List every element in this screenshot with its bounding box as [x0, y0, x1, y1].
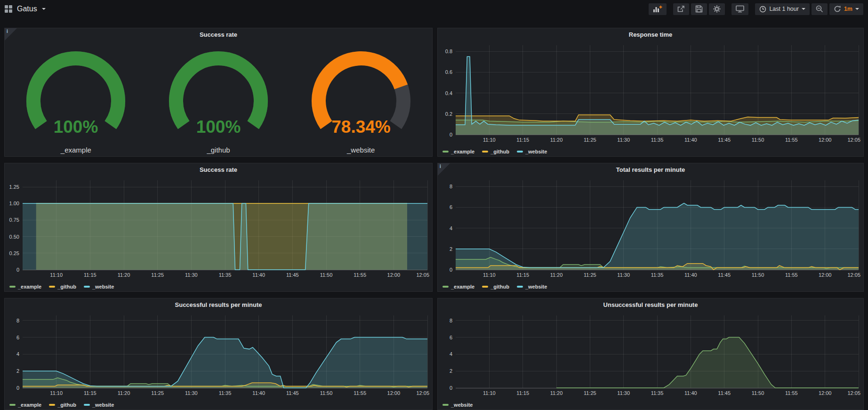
- svg-text:12:05: 12:05: [847, 272, 860, 278]
- legend-item[interactable]: _github: [482, 284, 509, 289]
- gauge-label: _example: [61, 146, 91, 154]
- legend-item[interactable]: _website: [84, 402, 114, 408]
- toolbar: Last 1 hour 1m: [647, 3, 863, 15]
- refresh-icon: [834, 5, 841, 13]
- legend-item[interactable]: _github: [49, 402, 76, 408]
- panel-info-icon[interactable]: i: [438, 163, 450, 176]
- add-panel-button[interactable]: [649, 3, 667, 15]
- svg-text:0.25: 0.25: [9, 250, 19, 256]
- chart-area[interactable]: 0246811:1011:1511:2011:2511:3011:3511:40…: [440, 177, 861, 279]
- chart-area[interactable]: 0246811:1011:1511:2011:2511:3011:3511:40…: [7, 312, 430, 397]
- svg-text:0.75: 0.75: [9, 217, 19, 223]
- legend-item[interactable]: _website: [442, 402, 473, 408]
- legend-item[interactable]: _github: [482, 149, 509, 154]
- legend-item[interactable]: _github: [49, 284, 76, 289]
- panel-successful-results: Successful results per minute 0246811:10…: [4, 298, 433, 410]
- gear-icon: [713, 5, 721, 13]
- svg-text:11:50: 11:50: [752, 390, 764, 396]
- panel-title[interactable]: Successful results per minute: [5, 301, 432, 308]
- svg-text:11:55: 11:55: [785, 272, 798, 278]
- legend-item[interactable]: _example: [442, 149, 474, 154]
- legend-swatch: [517, 286, 523, 288]
- svg-text:8: 8: [16, 318, 19, 323]
- svg-text:12:05: 12:05: [847, 390, 860, 396]
- svg-text:11:15: 11:15: [84, 272, 96, 278]
- svg-text:11:40: 11:40: [684, 390, 697, 396]
- svg-text:11:20: 11:20: [550, 137, 563, 143]
- legend-swatch: [442, 151, 449, 153]
- svg-text:11:20: 11:20: [118, 272, 130, 278]
- svg-text:11:50: 11:50: [320, 272, 333, 278]
- legend-item[interactable]: _website: [517, 149, 547, 154]
- gauge-label: _github: [207, 146, 230, 154]
- svg-text:11:45: 11:45: [286, 272, 299, 278]
- svg-text:6: 6: [450, 204, 452, 210]
- svg-text:11:55: 11:55: [785, 390, 798, 396]
- legend-swatch: [9, 404, 16, 406]
- panel-info-icon[interactable]: i: [5, 28, 17, 40]
- legend-item[interactable]: _example: [9, 284, 41, 289]
- svg-text:11:25: 11:25: [584, 390, 596, 396]
- svg-text:11:35: 11:35: [219, 272, 232, 278]
- svg-text:11:55: 11:55: [354, 272, 366, 278]
- svg-text:12:00: 12:00: [819, 272, 832, 278]
- svg-text:11:25: 11:25: [151, 272, 164, 278]
- legend-swatch: [49, 286, 55, 288]
- legend-label: _website: [92, 402, 114, 408]
- zoom-out-button[interactable]: [812, 3, 828, 15]
- save-button[interactable]: [691, 3, 707, 15]
- svg-text:11:50: 11:50: [752, 137, 764, 143]
- tv-mode-button[interactable]: [731, 3, 748, 15]
- gauge-label: _website: [347, 146, 375, 154]
- refresh-button[interactable]: 1m: [829, 3, 863, 15]
- gauge-value: 78.34%: [331, 117, 391, 137]
- share-button[interactable]: [673, 3, 689, 15]
- gauge-group: 100%_example100%_github78.34%_website: [5, 42, 432, 156]
- chart-area[interactable]: 0246811:1011:1511:2011:2511:3011:3511:40…: [440, 312, 861, 397]
- chart-area[interactable]: 00.250.500.751.001.2511:1011:1511:2011:2…: [7, 177, 430, 279]
- panel-title[interactable]: Success rate: [5, 31, 432, 38]
- chart-legend: _example_github_website: [442, 284, 547, 289]
- legend-item[interactable]: _example: [442, 284, 474, 289]
- svg-text:11:10: 11:10: [483, 137, 496, 143]
- svg-text:2: 2: [450, 368, 452, 374]
- svg-text:11:30: 11:30: [617, 137, 630, 143]
- svg-text:0.4: 0.4: [445, 90, 452, 96]
- legend-label: _github: [57, 284, 76, 289]
- settings-button[interactable]: [709, 3, 725, 15]
- legend-item[interactable]: _website: [517, 284, 547, 289]
- legend-label: _example: [18, 402, 41, 408]
- legend-label: _github: [57, 402, 76, 408]
- chart-legend: _example_github_website: [9, 284, 114, 289]
- svg-text:1.00: 1.00: [9, 201, 19, 206]
- legend-item[interactable]: _example: [9, 402, 41, 408]
- svg-text:11:30: 11:30: [185, 272, 198, 278]
- svg-text:0.2: 0.2: [445, 111, 452, 117]
- svg-text:12:00: 12:00: [819, 137, 832, 143]
- dashboard-picker[interactable]: Gatus: [5, 5, 46, 13]
- legend-label: _website: [92, 284, 114, 289]
- svg-text:11:35: 11:35: [219, 390, 232, 396]
- panel-title[interactable]: Unsuccessful results per minute: [438, 301, 863, 308]
- legend-item[interactable]: _website: [84, 284, 114, 289]
- panel-title[interactable]: Response time: [438, 31, 863, 38]
- chart-area[interactable]: 00.20.40.60.811:1011:1511:2011:2511:3011…: [440, 41, 861, 144]
- time-range-button[interactable]: Last 1 hour: [755, 3, 810, 15]
- svg-text:11:50: 11:50: [320, 390, 333, 396]
- monitor-icon: [736, 5, 744, 13]
- legend-swatch: [482, 151, 488, 153]
- svg-text:11:40: 11:40: [684, 137, 697, 143]
- time-series-chart: 00.20.40.60.811:1011:1511:2011:2511:3011…: [440, 41, 861, 144]
- chevron-down-icon: [802, 8, 805, 10]
- gauge-arc: 78.34%: [300, 45, 422, 139]
- svg-text:4: 4: [450, 351, 452, 357]
- svg-text:11:15: 11:15: [516, 272, 529, 278]
- panel-title[interactable]: Total results per minute: [438, 166, 863, 173]
- panel-title[interactable]: Success rate: [5, 166, 432, 173]
- svg-text:11:50: 11:50: [752, 272, 764, 278]
- svg-text:11:35: 11:35: [651, 390, 664, 396]
- panel-success-rate-gauges: i Success rate 100%_example100%_github78…: [4, 28, 433, 157]
- svg-text:6: 6: [450, 335, 452, 340]
- svg-text:12:05: 12:05: [847, 137, 860, 143]
- svg-text:12:05: 12:05: [416, 272, 429, 278]
